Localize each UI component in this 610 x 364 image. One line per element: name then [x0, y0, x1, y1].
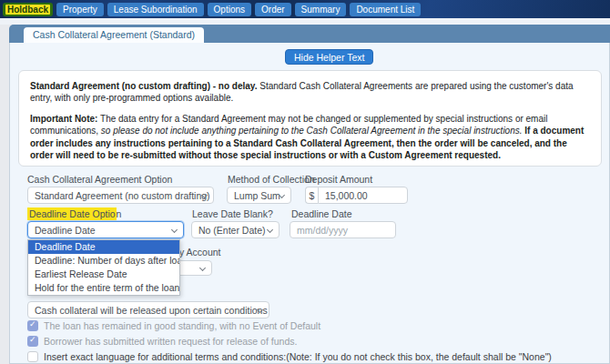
helper-paragraph-important-note: Important Note: The data entry for a Sta… — [30, 113, 590, 162]
nav-tab-summary[interactable]: Summary — [295, 3, 347, 16]
release-condition-select[interactable]: Cash collateral will be released upon ce… — [27, 301, 269, 318]
deadline-option-dropdown-list: Deadline Date Deadline: Number of days a… — [27, 239, 180, 296]
page: Holdback Property Lease Subordination Op… — [0, 0, 610, 364]
checkbox-row-insert-language: Insert exact language for additional ter… — [27, 351, 552, 362]
currency-prefix: $ — [305, 187, 318, 204]
nav-tab-options[interactable]: Options — [208, 3, 251, 16]
leave-date-blank-value: No (Enter Date) — [198, 225, 266, 236]
checkbox-row-good-standing: ✓ The loan has remained in good standing… — [27, 320, 320, 331]
collection-method-select[interactable]: Lump Sum — [227, 187, 291, 204]
deadline-date-option-select[interactable]: Deadline Date — [27, 221, 184, 238]
collection-method-value: Lump Sum — [234, 190, 280, 201]
agreement-option-value: Standard Agreement (no custom drafting) — [35, 190, 210, 201]
background-gap — [0, 18, 610, 25]
nav-tab-order[interactable]: Order — [255, 3, 291, 16]
nav-tab-property[interactable]: Property — [56, 3, 104, 16]
helper-text-box: Standard Agreement (no custom drafting) … — [18, 70, 602, 167]
deadline-label-highlight: Deadline Date Optio — [27, 207, 117, 220]
nav-tab-lease-subordination[interactable]: Lease Subordination — [107, 3, 204, 16]
nav-tab-holdback[interactable]: Holdback — [3, 3, 53, 16]
agreement-option-select[interactable]: Standard Agreement (no custom drafting) — [27, 187, 214, 204]
deadline-date-option-label: Deadline Date Option — [27, 208, 121, 219]
checkbox-row-written-request: ✓ Borrower has submitted written request… — [27, 336, 297, 347]
checkbox-label: Borrower has submitted written request f… — [44, 336, 297, 347]
dropdown-option-earliest-release[interactable]: Earliest Release Date — [28, 268, 179, 281]
dropdown-option-days-after-funding[interactable]: Deadline: Number of days after loan fund… — [28, 254, 179, 268]
helper-paragraph-standard: Standard Agreement (no custom drafting) … — [30, 80, 590, 105]
checkbox-checked-disabled[interactable]: ✓ — [27, 336, 38, 347]
checkbox-unchecked[interactable] — [27, 351, 38, 362]
chevron-down-icon — [267, 227, 273, 233]
checkmark-icon: ✓ — [29, 335, 36, 344]
deadline-date-label: Deadline Date — [291, 208, 352, 219]
tab-cash-collateral-agreement[interactable]: Cash Collateral Agreement (Standard) — [24, 27, 204, 43]
deadline-option-value: Deadline Date — [35, 225, 96, 236]
dropdown-option-deadline-date[interactable]: Deadline Date — [28, 240, 179, 254]
release-condition-value: Cash collateral will be released upon ce… — [35, 305, 268, 316]
agreement-option-label: Cash Collateral Agreement Option — [27, 174, 172, 185]
checkbox-checked-disabled[interactable]: ✓ — [27, 320, 38, 331]
account-label-fragment: y Account — [179, 247, 221, 258]
dropdown-option-hold-entire-term[interactable]: Hold for the entire term of the loan — [28, 281, 179, 295]
helper-p2-bold: Important Note: — [30, 114, 97, 124]
nav-tab-holdback-label: Holdback — [5, 5, 50, 15]
checkbox-label: Insert exact language for additional ter… — [44, 351, 552, 362]
checkbox-label: The loan has remained in good standing, … — [44, 320, 320, 331]
leave-date-blank-label: Leave Date Blank? — [192, 208, 273, 219]
leave-date-blank-select[interactable]: No (Enter Date) — [191, 221, 280, 238]
nav-tab-document-list[interactable]: Document List — [350, 3, 421, 16]
top-navigation-bar: Holdback Property Lease Subordination Op… — [0, 0, 610, 18]
deposit-amount-label: Deposit Amount — [305, 174, 372, 185]
panel-tab-bar: Cash Collateral Agreement (Standard) — [9, 25, 610, 43]
deadline-date-input[interactable] — [290, 221, 396, 238]
chevron-down-icon — [199, 265, 206, 271]
hide-helper-text-button[interactable]: Hide Helper Text — [285, 49, 373, 65]
deposit-amount-input-group: $ 15,000.00 — [305, 187, 408, 204]
deposit-amount-input[interactable]: 15,000.00 — [318, 187, 408, 204]
checkmark-icon: ✓ — [29, 319, 36, 329]
chevron-down-icon — [171, 227, 178, 233]
helper-p1-bold: Standard Agreement (no custom drafting) … — [30, 81, 257, 91]
deadline-label-rest: n — [117, 208, 122, 219]
collection-method-label: Method of Collection — [228, 174, 315, 185]
helper-p2-italic: so please do not include anything pertai… — [101, 126, 523, 136]
